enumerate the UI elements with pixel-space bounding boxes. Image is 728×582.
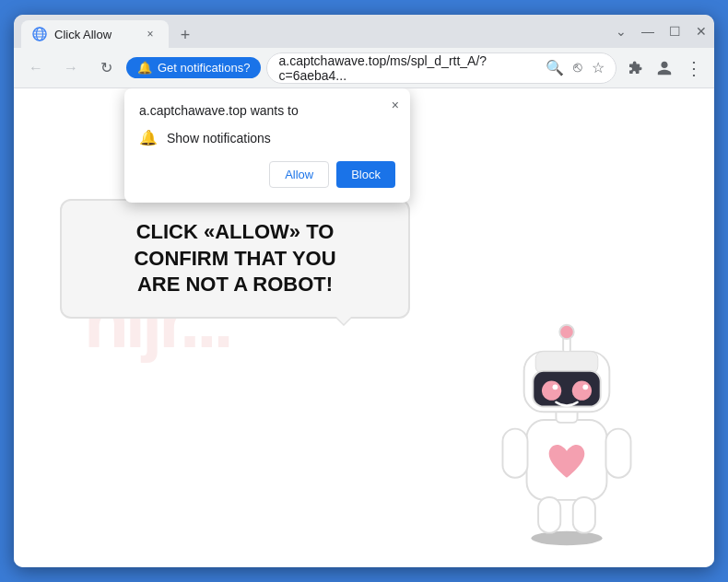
browser-window: Click Allow × + ⌄ — ☐ ✕ ← → ↻ 🔔 Get noti… bbox=[14, 15, 714, 567]
toolbar-icons: ⋮ bbox=[622, 55, 707, 81]
forward-button[interactable]: → bbox=[56, 53, 86, 83]
refresh-button[interactable]: ↻ bbox=[91, 53, 121, 83]
menu-icon[interactable]: ⋮ bbox=[681, 55, 707, 81]
popup-notification-label: Show notifications bbox=[167, 131, 271, 146]
svg-point-5 bbox=[531, 531, 602, 545]
speech-bubble: CLICK «ALLOW» TO CONFIRM THAT YOU ARE NO… bbox=[60, 199, 410, 319]
tab-close-btn[interactable]: × bbox=[143, 27, 158, 41]
cta-container: CLICK «ALLOW» TO CONFIRM THAT YOU ARE NO… bbox=[60, 199, 410, 319]
back-button[interactable]: ← bbox=[21, 53, 51, 83]
cta-text: CLICK «ALLOW» TO CONFIRM THAT YOU ARE NO… bbox=[88, 219, 382, 298]
svg-point-14 bbox=[559, 325, 573, 339]
allow-button[interactable]: Allow bbox=[269, 161, 329, 188]
svg-rect-9 bbox=[538, 497, 560, 533]
svg-point-20 bbox=[582, 384, 588, 390]
profile-icon[interactable] bbox=[652, 55, 677, 81]
new-tab-button[interactable]: + bbox=[172, 22, 198, 48]
popup-buttons: Allow Block bbox=[139, 161, 395, 188]
active-tab[interactable]: Click Allow × bbox=[21, 20, 169, 48]
cta-line1: CLICK «ALLOW» TO CONFIRM THAT YOU bbox=[134, 220, 335, 270]
bell-icon: 🔔 bbox=[137, 61, 152, 75]
address-text: a.captchawave.top/ms/spl_d_rtt_A/?c=6aeb… bbox=[278, 53, 538, 83]
notification-popup: × a.captchawave.top wants to 🔔 Show noti… bbox=[124, 88, 410, 203]
bookmark-icon[interactable]: ☆ bbox=[592, 59, 605, 76]
toolbar: ← → ↻ 🔔 Get notifications? a.captchawave… bbox=[14, 48, 714, 88]
share-icon[interactable]: ⎋ bbox=[573, 59, 582, 76]
search-icon[interactable]: 🔍 bbox=[546, 59, 564, 76]
popup-title: a.captchawave.top wants to bbox=[139, 103, 395, 118]
minimize-button[interactable]: — bbox=[641, 24, 654, 39]
notification-btn-label: Get notifications? bbox=[158, 61, 250, 75]
popup-close-button[interactable]: × bbox=[392, 98, 399, 112]
tab-bar: Click Allow × + bbox=[21, 15, 608, 48]
chevron-down-icon[interactable]: ⌄ bbox=[616, 24, 627, 39]
tab-title: Click Allow bbox=[54, 28, 135, 41]
cta-line2: ARE NOT A ROBOT! bbox=[137, 273, 333, 296]
svg-rect-10 bbox=[573, 497, 595, 533]
title-bar-controls: ⌄ — ☐ ✕ bbox=[616, 24, 707, 39]
svg-rect-8 bbox=[605, 429, 630, 478]
robot-illustration bbox=[475, 291, 659, 549]
block-button[interactable]: Block bbox=[336, 161, 395, 188]
get-notifications-button[interactable]: 🔔 Get notifications? bbox=[126, 57, 261, 78]
title-bar: Click Allow × + ⌄ — ☐ ✕ bbox=[14, 15, 714, 48]
address-icons: 🔍 ⎋ ☆ bbox=[546, 59, 605, 76]
popup-bell-icon: 🔔 bbox=[139, 129, 158, 146]
address-bar[interactable]: a.captchawave.top/ms/spl_d_rtt_A/?c=6aeb… bbox=[266, 52, 616, 84]
svg-point-17 bbox=[542, 381, 561, 401]
content-area: × a.captchawave.top wants to 🔔 Show noti… bbox=[14, 88, 714, 567]
close-button[interactable]: ✕ bbox=[696, 24, 707, 39]
svg-rect-7 bbox=[502, 429, 527, 478]
maximize-button[interactable]: ☐ bbox=[669, 24, 681, 39]
tab-favicon bbox=[32, 27, 47, 41]
svg-point-18 bbox=[572, 381, 592, 401]
svg-point-19 bbox=[553, 384, 558, 390]
popup-notification-row: 🔔 Show notifications bbox=[139, 129, 395, 146]
extensions-icon[interactable] bbox=[622, 55, 648, 81]
